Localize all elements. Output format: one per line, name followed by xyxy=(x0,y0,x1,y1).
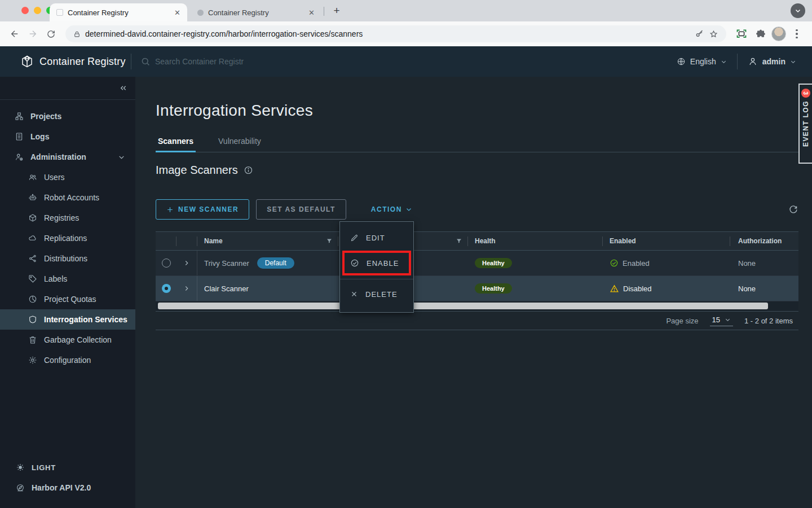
info-icon[interactable] xyxy=(244,165,253,175)
filter-icon[interactable] xyxy=(326,238,333,244)
cell-enabled: Disabled xyxy=(603,276,730,301)
tab-vulnerability[interactable]: Vulnerability xyxy=(216,133,263,152)
sidebar-item-users[interactable]: Users xyxy=(0,167,135,187)
tab-title: Container Registry xyxy=(208,8,304,17)
menu-item-enable[interactable]: ENABLE xyxy=(340,251,413,275)
header-right: English admin xyxy=(677,54,812,69)
url-text: determined-david.container-registry.com/… xyxy=(85,29,690,38)
sidebar-item-labels[interactable]: Labels xyxy=(0,269,135,289)
browser-tab-2[interactable]: Container Registry ✕ xyxy=(191,3,321,21)
language-selector[interactable]: English xyxy=(677,57,727,66)
trash-icon xyxy=(28,335,37,344)
back-button[interactable] xyxy=(7,26,23,42)
cell-authorization: None xyxy=(730,251,798,275)
browser-menu-button[interactable] xyxy=(788,25,805,42)
admin-user-icon xyxy=(15,152,24,161)
menu-item-delete[interactable]: DELETE xyxy=(340,279,413,309)
kebab-icon xyxy=(796,29,798,39)
theme-toggle-light[interactable]: LIGHT xyxy=(0,457,135,478)
chevron-down-icon xyxy=(790,59,796,65)
sidebar-item-robot-accounts[interactable]: Robot Accounts xyxy=(0,187,135,208)
tab-search-button[interactable] xyxy=(791,3,805,18)
table-row-clair[interactable]: Clair Scanner Healthy Disabled xyxy=(156,276,798,301)
sidebar-item-distributions[interactable]: Distributions xyxy=(0,248,135,269)
set-as-default-button[interactable]: SET AS DEFAULT xyxy=(256,199,346,220)
tab-divider xyxy=(324,7,324,16)
scanner-name: Clair Scanner xyxy=(204,284,249,293)
sidebar-item-registries[interactable]: Registries xyxy=(0,208,135,228)
table-row-trivy[interactable]: Trivy Scanner Default Healthy Enabled xyxy=(156,251,798,276)
menu-item-edit[interactable]: EDIT xyxy=(340,225,413,251)
chevron-down-icon xyxy=(405,206,412,213)
browser-tabstrip: Container Registry ✕ Container Registry … xyxy=(0,0,812,21)
action-dropdown-button[interactable]: ACTION xyxy=(361,199,422,220)
pencil-icon xyxy=(350,234,359,242)
set-as-default-label: SET AS DEFAULT xyxy=(267,205,336,213)
refresh-button[interactable] xyxy=(788,204,798,214)
header-authorization: Authorization xyxy=(730,232,798,250)
sidebar-item-configuration[interactable]: Configuration xyxy=(0,350,135,370)
sidebar-collapse-button[interactable] xyxy=(118,84,127,95)
authorization-value: None xyxy=(738,259,756,268)
new-scanner-button[interactable]: NEW SCANNER xyxy=(156,199,249,220)
app-brand[interactable]: Container Registry xyxy=(0,55,131,68)
horizontal-scrollbar[interactable] xyxy=(156,301,798,311)
close-window-button[interactable] xyxy=(21,7,29,14)
profile-avatar[interactable] xyxy=(771,27,786,41)
close-tab-icon[interactable]: ✕ xyxy=(308,8,315,17)
close-tab-icon[interactable]: ✕ xyxy=(174,8,180,17)
radio-button[interactable] xyxy=(162,259,171,268)
radio-button-selected[interactable] xyxy=(162,284,171,293)
sidebar-item-garbage-collection[interactable]: Garbage Collection xyxy=(0,330,135,350)
chevron-down-icon xyxy=(118,154,125,161)
column-label: Health xyxy=(475,237,496,245)
filter-icon[interactable] xyxy=(456,238,462,244)
screen-capture-icon[interactable] xyxy=(733,25,750,42)
sidebar-item-interrogation-services[interactable]: Interrogation Services xyxy=(0,309,135,330)
page-tabs: Scanners Vulnerability xyxy=(156,133,798,152)
globe-icon xyxy=(677,57,686,66)
cell-health: Healthy xyxy=(468,251,603,275)
user-menu[interactable]: admin xyxy=(748,56,796,67)
scanners-table: Name Health Ena xyxy=(156,231,798,330)
password-key-icon[interactable] xyxy=(695,29,704,39)
sidebar-item-project-quotas[interactable]: Project Quotas xyxy=(0,289,135,309)
forward-button[interactable] xyxy=(25,26,41,42)
sidebar-item-logs[interactable]: Logs xyxy=(0,126,135,147)
reload-button[interactable] xyxy=(43,26,59,42)
event-log-tab[interactable]: 3 EVENT LOG xyxy=(798,84,812,164)
sun-icon xyxy=(16,463,25,472)
row-select-cell xyxy=(156,251,176,275)
page: Container Registry ✕ Container Registry … xyxy=(0,0,812,508)
sidebar-item-replications[interactable]: Replications xyxy=(0,228,135,248)
chevron-right-icon[interactable] xyxy=(183,259,191,267)
search-input[interactable] xyxy=(155,57,336,66)
address-bar[interactable]: determined-david.container-registry.com/… xyxy=(65,25,726,42)
sidebar-item-label: Logs xyxy=(30,132,49,141)
forward-arrow-icon xyxy=(28,29,38,39)
chevron-down-icon xyxy=(795,7,801,14)
tag-icon xyxy=(28,274,37,283)
page-size-select[interactable]: 15 xyxy=(710,316,733,326)
bookmark-star-icon[interactable] xyxy=(709,29,718,39)
tab-scanners[interactable]: Scanners xyxy=(156,133,196,152)
event-log-label: EVENT LOG xyxy=(802,100,810,147)
cell-enabled: Enabled xyxy=(603,251,730,275)
sidebar-item-administration[interactable]: Administration xyxy=(0,147,135,167)
chevron-right-icon[interactable] xyxy=(183,284,191,292)
reload-icon xyxy=(46,29,56,39)
header-name: Name xyxy=(197,232,338,250)
health-badge: Healthy xyxy=(475,258,512,268)
browser-tab-1[interactable]: Container Registry ✕ xyxy=(50,3,187,21)
new-tab-button[interactable]: + xyxy=(330,5,343,17)
sidebar: Projects Logs Administration Users xyxy=(0,77,135,508)
sidebar-item-projects[interactable]: Projects xyxy=(0,106,135,126)
search-icon xyxy=(140,56,151,67)
harbor-api-link[interactable]: Harbor API V2.0 xyxy=(0,478,135,498)
app-header: Container Registry English admin xyxy=(0,46,812,77)
scrollbar-thumb[interactable] xyxy=(158,303,768,309)
table-header-row: Name Health Ena xyxy=(156,232,798,251)
column-label: Authorization xyxy=(738,237,782,245)
extensions-puzzle-icon[interactable] xyxy=(752,25,769,42)
minimize-window-button[interactable] xyxy=(34,7,41,14)
